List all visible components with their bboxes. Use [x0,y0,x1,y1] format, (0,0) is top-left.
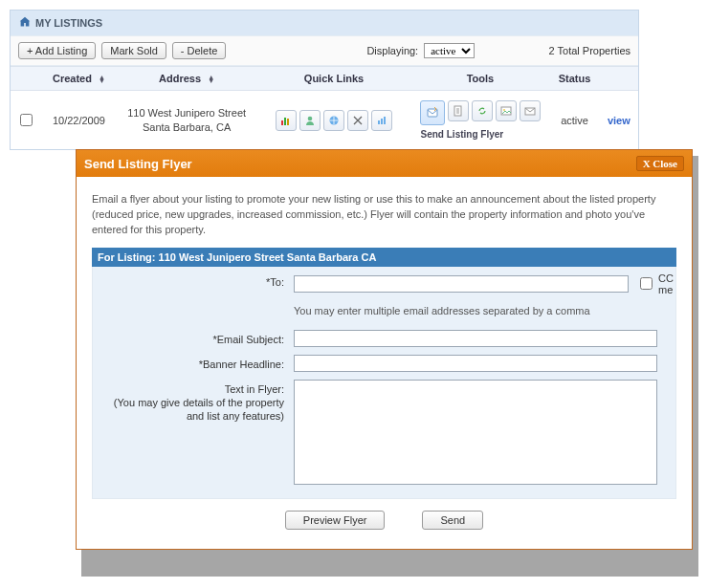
to-label: *To: [102,272,284,289]
displaying-label: Displaying: [366,45,418,56]
ql-globe-icon[interactable] [323,110,344,131]
row-checkbox[interactable] [20,114,33,126]
listings-toolbar: + Add Listing Mark Sold - Delete Display… [11,35,638,66]
tool-sync-icon[interactable] [472,100,493,121]
ql-person-icon[interactable] [299,110,321,131]
svg-rect-7 [384,117,386,124]
modal-titlebar: Send Listing Flyer X Close [77,150,692,177]
col-created[interactable]: Created [53,73,92,84]
cc-me-checkbox[interactable] [640,277,653,290]
svg-point-3 [308,116,313,120]
sort-caret-icon[interactable]: ▲▼ [208,76,214,83]
preview-flyer-button[interactable]: Preview Flyer [285,511,386,530]
flyer-form: *To: CC me You may enter multiple email … [92,267,676,499]
banner-headline-input[interactable] [294,355,657,372]
send-flyer-modal: Send Listing Flyer X Close Email a flyer… [76,149,693,550]
for-listing-bar: For Listing: 110 West Junipero Street Sa… [92,248,676,267]
to-input[interactable] [294,275,629,293]
text-in-flyer-label: Text in Flyer: (You may give details of … [102,380,284,424]
col-quick-links: Quick Links [304,73,364,84]
tool-mail-icon[interactable] [520,100,541,121]
modal-intro: Email a flyer about your listing to prom… [92,192,676,238]
to-hint: You may enter multiple email addresses s… [294,303,666,322]
view-link[interactable]: view [608,115,631,126]
ql-chart-icon[interactable] [276,110,297,131]
svg-rect-5 [378,120,380,124]
col-tools: Tools [467,73,495,84]
add-listing-button[interactable]: + Add Listing [18,42,96,59]
close-button[interactable]: X Close [636,156,684,171]
total-properties: 2 Total Properties [549,45,631,56]
my-listings-header: MY LISTINGS [11,11,638,35]
delete-button[interactable]: - Delete [172,42,227,59]
my-listings-panel: MY LISTINGS + Add Listing Mark Sold - De… [10,10,639,150]
home-icon [18,15,32,31]
tool-picture-icon[interactable] [496,100,517,121]
svg-rect-2 [287,119,289,125]
col-status: Status [559,73,591,84]
tool-flyer-icon[interactable] [420,100,445,125]
table-row: 10/22/2009 110 West Junipero Street Sant… [11,91,638,150]
status-cell: active [561,115,588,126]
tool-doc-icon[interactable] [448,100,469,121]
svg-rect-1 [284,118,286,125]
tool-caption: Send Listing Flyer [417,129,544,140]
subject-label: *Email Subject: [102,330,284,346]
send-button[interactable]: Send [422,511,483,530]
cc-me-label: CC me [658,272,674,295]
banner-label: *Banner Headline: [102,355,284,371]
created-cell: 10/22/2009 [41,91,116,150]
ql-graph-icon[interactable] [371,110,392,131]
mark-sold-button[interactable]: Mark Sold [101,42,166,59]
my-listings-title: MY LISTINGS [35,17,102,29]
email-subject-input[interactable] [294,330,657,347]
svg-rect-0 [281,120,283,125]
listings-table: Created ▲▼ Address ▲▼ Quick Links Tools … [11,66,638,149]
flyer-text-textarea[interactable] [294,380,657,485]
address-cell: 110 West Junipero Street Santa Barbara, … [117,91,257,150]
modal-title: Send Listing Flyer [84,157,192,171]
sort-caret-icon[interactable]: ▲▼ [99,76,105,83]
col-address[interactable]: Address [159,73,201,84]
svg-rect-6 [381,119,383,124]
displaying-select[interactable]: active [424,43,475,58]
ql-tools-icon[interactable] [347,110,368,131]
